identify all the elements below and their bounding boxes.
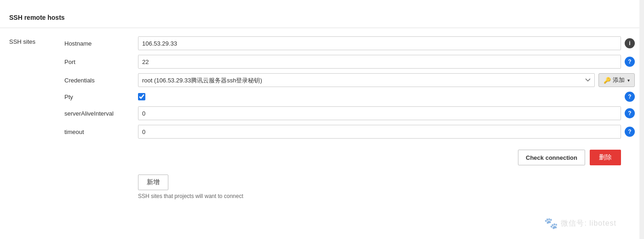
timeout-row: timeout ?	[64, 125, 635, 139]
hostname-input-wrap: i	[138, 36, 635, 50]
delete-button[interactable]: 删除	[590, 150, 621, 165]
pty-row: Pty ?	[64, 92, 635, 102]
add-credentials-button[interactable]: 🔑 添加 ▾	[598, 73, 635, 87]
ssh-sites-label: SSH sites	[9, 36, 64, 165]
port-input-wrap: ?	[138, 55, 635, 69]
credentials-input-wrap: root (106.53.29.33腾讯云服务器ssh登录秘钥) 🔑 添加 ▾	[138, 73, 635, 87]
timeout-input-wrap: ?	[138, 125, 635, 139]
port-help-icon[interactable]: ?	[625, 57, 635, 67]
key-icon: 🔑	[604, 77, 611, 84]
server-alive-input-wrap: ?	[138, 106, 635, 120]
hostname-row: Hostname i	[64, 36, 635, 50]
server-alive-input[interactable]	[138, 106, 621, 120]
pty-label: Pty	[64, 93, 138, 100]
watermark-icon: 🐾	[544, 217, 558, 230]
port-input[interactable]	[138, 55, 621, 69]
form-content: Hostname i Port ?	[64, 36, 635, 165]
timeout-help-icon[interactable]: ?	[625, 127, 635, 137]
credentials-row: Credentials root (106.53.29.33腾讯云服务器ssh登…	[64, 73, 635, 87]
section-title: SSH remote hosts	[0, 9, 644, 28]
check-connection-button[interactable]: Check connection	[518, 150, 585, 165]
server-alive-label: serverAliveInterval	[64, 110, 138, 117]
timeout-label: timeout	[64, 128, 138, 135]
credentials-select[interactable]: root (106.53.29.33腾讯云服务器ssh登录秘钥)	[138, 73, 595, 87]
add-site-section: 新增 SSH sites that projects will want to …	[0, 175, 644, 207]
server-alive-help-icon[interactable]: ?	[625, 108, 635, 118]
hostname-label: Hostname	[64, 40, 138, 47]
add-btn-label: 添加	[613, 76, 625, 84]
watermark: 🐾 微信号: libotest	[544, 217, 616, 230]
pty-checkbox-wrap	[138, 93, 145, 100]
action-buttons: Check connection 删除	[64, 150, 635, 165]
port-row: Port ?	[64, 55, 635, 69]
server-alive-row: serverAliveInterval ?	[64, 106, 635, 120]
pty-checkbox[interactable]	[138, 93, 145, 100]
pty-help-icon[interactable]: ?	[625, 92, 635, 102]
new-site-button[interactable]: 新增	[138, 175, 168, 190]
timeout-input[interactable]	[138, 125, 621, 139]
hostname-input[interactable]	[138, 36, 621, 50]
chevron-down-icon: ▾	[627, 78, 630, 83]
hostname-info-icon[interactable]: i	[625, 38, 635, 48]
hint-text: SSH sites that projects will want to con…	[138, 193, 644, 199]
port-label: Port	[64, 58, 138, 65]
pty-input-wrap: ?	[138, 92, 635, 102]
credentials-label: Credentials	[64, 77, 138, 84]
watermark-text: 微信号: libotest	[561, 219, 616, 228]
